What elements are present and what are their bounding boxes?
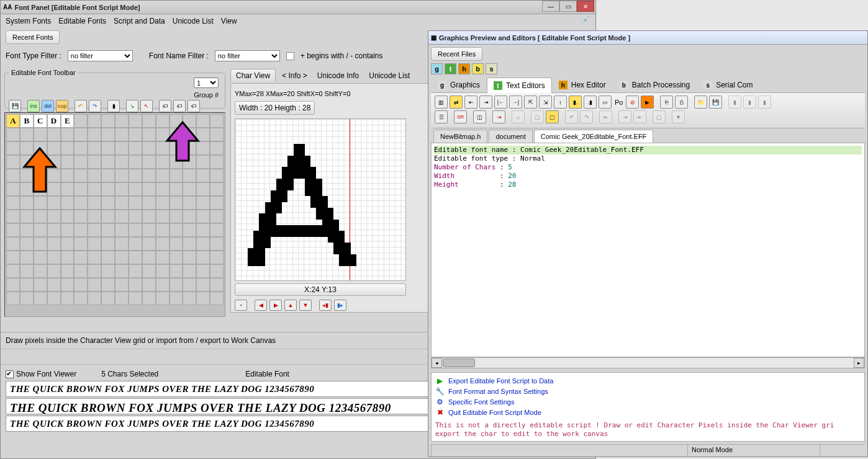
group-select[interactable]: 1: [194, 78, 219, 88]
char-cell-empty[interactable]: [210, 292, 224, 305]
char-cell-empty[interactable]: [74, 169, 88, 182]
char-cell-empty[interactable]: [210, 196, 224, 210]
char-cell-empty[interactable]: [34, 278, 47, 292]
char-cell-empty[interactable]: [6, 210, 20, 223]
char-cell-empty[interactable]: [101, 114, 115, 128]
char-cell-empty[interactable]: [74, 264, 88, 278]
char-cell-empty[interactable]: [170, 251, 183, 264]
tb-icon[interactable]: ▭: [599, 96, 612, 109]
char-cell-empty[interactable]: [196, 141, 210, 155]
char-cell-empty[interactable]: [156, 251, 170, 264]
char-cell-empty[interactable]: [34, 141, 47, 155]
char-cell-empty[interactable]: [61, 196, 75, 210]
char-cell-empty[interactable]: [88, 264, 101, 278]
char-cell-empty[interactable]: [183, 114, 196, 128]
char-cell-empty[interactable]: [88, 292, 101, 305]
char-cell-empty[interactable]: [142, 278, 156, 292]
char-cell-empty[interactable]: [115, 169, 129, 182]
char-cell-empty[interactable]: [115, 210, 129, 223]
quick-b-icon[interactable]: b: [472, 63, 484, 74]
save-icon[interactable]: 💾: [9, 100, 21, 112]
char-cell-empty[interactable]: [115, 237, 129, 251]
char-cell-empty[interactable]: [88, 210, 101, 223]
char-cell-empty[interactable]: [20, 182, 34, 196]
action-quit[interactable]: ✖Quit Editable Font Script Mode: [435, 407, 861, 417]
char-cell-empty[interactable]: [129, 264, 142, 278]
char-cell-empty[interactable]: [6, 223, 20, 237]
char-cell-empty[interactable]: [61, 278, 75, 292]
char-cell-empty[interactable]: [74, 196, 88, 210]
char-cell-empty[interactable]: [6, 196, 20, 210]
char-cell-empty[interactable]: [210, 237, 224, 251]
info-tab[interactable]: < Info >: [278, 69, 311, 82]
char-cell-empty[interactable]: [101, 278, 115, 292]
char-cell-empty[interactable]: [47, 278, 61, 292]
char-cell-E[interactable]: E: [61, 114, 75, 128]
tb-icon[interactable]: ▮: [758, 96, 771, 109]
char-cell-empty[interactable]: [210, 141, 224, 155]
quick-t-icon[interactable]: t: [445, 63, 456, 74]
char-cell-empty[interactable]: [34, 128, 47, 141]
char-cell-empty[interactable]: [101, 210, 115, 223]
char-cell-empty[interactable]: [20, 141, 34, 155]
char-cell-empty[interactable]: [6, 278, 20, 292]
char-cell-empty[interactable]: [101, 155, 115, 169]
pixel-canvas[interactable]: [235, 118, 406, 281]
char-cell-empty[interactable]: [142, 196, 156, 210]
char-cell-empty[interactable]: [142, 223, 156, 237]
char-cell-empty[interactable]: [115, 292, 129, 305]
char-cell-empty[interactable]: [88, 141, 101, 155]
char-cell-empty[interactable]: [183, 223, 196, 237]
char-cell-empty[interactable]: [88, 182, 101, 196]
char-cell-empty[interactable]: [210, 264, 224, 278]
chart-icon[interactable]: ▮: [107, 100, 120, 112]
tb-search-icon[interactable]: ⌕: [512, 110, 525, 123]
char-cell-empty[interactable]: [74, 251, 88, 264]
char-cell-empty[interactable]: [88, 169, 101, 182]
nudge-left-icon[interactable]: ◂▮: [319, 300, 332, 311]
insert-button[interactable]: ins: [27, 100, 40, 112]
char-cell-empty[interactable]: [61, 169, 75, 182]
char-cell-empty[interactable]: [142, 237, 156, 251]
tb-icon[interactable]: ▢: [653, 110, 666, 123]
tb-icon[interactable]: ⇥: [618, 110, 631, 123]
char-cell-empty[interactable]: [170, 155, 183, 169]
char-cell-empty[interactable]: [6, 155, 20, 169]
char-cell-empty[interactable]: [183, 278, 196, 292]
char-cell-empty[interactable]: [101, 128, 115, 141]
char-cell-empty[interactable]: [129, 196, 142, 210]
char-cell-empty[interactable]: [115, 128, 129, 141]
char-cell-empty[interactable]: [101, 223, 115, 237]
char-cell-empty[interactable]: [20, 237, 34, 251]
char-cell-empty[interactable]: [61, 264, 75, 278]
file-tab[interactable]: Comic Geek_20Editable_Font.EFF: [534, 130, 654, 143]
tb-icon[interactable]: ▶: [641, 96, 654, 109]
char-cell-empty[interactable]: [6, 237, 20, 251]
tb-icon[interactable]: ↷: [580, 110, 593, 123]
menu-unicode-list[interactable]: Unicode List: [173, 17, 214, 25]
char-cell-empty[interactable]: [210, 169, 224, 182]
char-cell-empty[interactable]: [20, 210, 34, 223]
char-cell-empty[interactable]: [74, 223, 88, 237]
char-cell-empty[interactable]: [183, 264, 196, 278]
char-cell-empty[interactable]: [129, 237, 142, 251]
char-cell-empty[interactable]: [156, 169, 170, 182]
char-cell-empty[interactable]: [34, 182, 47, 196]
char-cell-empty[interactable]: [101, 237, 115, 251]
char-cell-empty[interactable]: [88, 278, 101, 292]
char-cell-empty[interactable]: [156, 237, 170, 251]
char-cell-empty[interactable]: [88, 196, 101, 210]
quick-s-icon[interactable]: s: [486, 63, 497, 74]
char-cell-empty[interactable]: [74, 114, 88, 128]
char-cell-empty[interactable]: [6, 251, 20, 264]
menu-editable-fonts[interactable]: Editable Fonts: [58, 17, 106, 25]
tb-icon[interactable]: .▮: [584, 96, 597, 109]
tb-icon[interactable]: ⎙: [675, 96, 688, 109]
char-cell-empty[interactable]: [156, 155, 170, 169]
tb-icon[interactable]: ⇥: [479, 96, 492, 109]
char-cell-empty[interactable]: [101, 182, 115, 196]
tb-sr-icon[interactable]: SR: [454, 110, 467, 123]
font-type-filter-select[interactable]: no filter: [68, 50, 133, 61]
char-cell-empty[interactable]: [74, 128, 88, 141]
char-cell-empty[interactable]: [6, 182, 20, 196]
